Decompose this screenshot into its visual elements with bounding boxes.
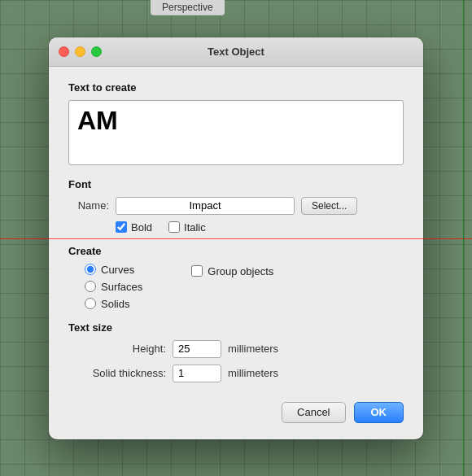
font-name-input[interactable] <box>116 197 295 215</box>
height-unit: millimeters <box>228 343 278 355</box>
italic-label: Italic <box>184 221 206 234</box>
italic-checkbox[interactable] <box>168 221 180 233</box>
maximize-button[interactable] <box>91 46 102 57</box>
select-font-button[interactable]: Select... <box>301 197 357 215</box>
font-name-label: Name: <box>68 199 109 212</box>
text-size-section: Text size Height: millimeters Solid thic… <box>68 321 404 382</box>
group-objects-area: Group objects <box>191 264 273 310</box>
height-input[interactable] <box>173 340 221 358</box>
font-name-row: Name: Select... <box>68 197 404 215</box>
thickness-row: Solid thickness: millimeters <box>68 365 404 382</box>
font-section-label: Font <box>68 178 404 190</box>
height-label: Height: <box>68 343 166 355</box>
close-button[interactable] <box>59 46 69 57</box>
dialog-content: Text to create AM Font Name: Select... B… <box>49 67 423 439</box>
thickness-label: Solid thickness: <box>68 367 166 379</box>
minimize-button[interactable] <box>75 46 85 57</box>
text-to-create-label: Text to create <box>68 81 404 94</box>
create-section-label: Create <box>68 245 404 257</box>
curves-radio[interactable] <box>85 264 96 275</box>
axis-vertical <box>463 0 464 476</box>
axis-horizontal <box>0 238 472 239</box>
group-objects-checkbox[interactable] <box>191 265 203 277</box>
title-bar: Text Object <box>49 37 423 67</box>
bold-checkbox[interactable] <box>116 221 127 233</box>
surfaces-radio-label[interactable]: Surfaces <box>85 281 142 293</box>
cancel-button[interactable]: Cancel <box>282 402 345 423</box>
surfaces-label: Surfaces <box>101 281 142 293</box>
height-row: Height: millimeters <box>68 340 404 358</box>
group-objects-label[interactable]: Group objects <box>191 265 273 277</box>
group-objects-text: Group objects <box>208 265 273 277</box>
thickness-input[interactable] <box>173 365 221 382</box>
solids-radio-label[interactable]: Solids <box>85 298 142 310</box>
solids-radio[interactable] <box>85 298 96 309</box>
text-preview-box[interactable]: AM <box>68 100 404 165</box>
dialog-footer: Cancel OK <box>68 399 404 423</box>
create-radio-group: Curves Surfaces Solids <box>85 264 142 310</box>
solids-label: Solids <box>101 298 129 310</box>
bold-checkbox-label[interactable]: Bold <box>116 221 152 234</box>
ok-button[interactable]: OK <box>354 402 404 423</box>
bold-label: Bold <box>131 221 152 234</box>
create-section: Create Curves Surfaces Solids <box>68 245 404 310</box>
text-preview: AM <box>77 107 118 133</box>
perspective-label: Perspective <box>162 2 213 13</box>
font-style-row: Bold Italic <box>116 221 404 234</box>
curves-label: Curves <box>101 264 134 276</box>
text-size-label: Text size <box>68 321 404 334</box>
font-section: Font Name: Select... Bold Italic <box>68 178 404 234</box>
surfaces-radio[interactable] <box>85 281 96 292</box>
thickness-unit: millimeters <box>228 367 278 379</box>
italic-checkbox-label[interactable]: Italic <box>168 221 206 234</box>
window-controls <box>59 46 102 57</box>
create-options: Curves Surfaces Solids Group objects <box>68 264 404 310</box>
curves-radio-label[interactable]: Curves <box>85 264 142 276</box>
perspective-bar: Perspective <box>151 0 225 15</box>
dialog-title: Text Object <box>208 46 264 58</box>
